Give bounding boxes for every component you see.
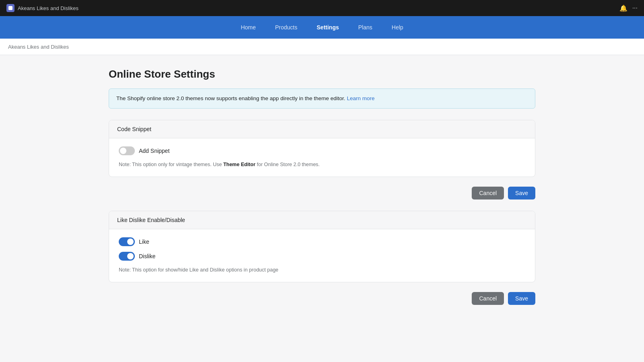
theme-editor-emphasis: Theme Editor bbox=[223, 162, 256, 167]
save-button-1[interactable]: Save bbox=[508, 187, 535, 200]
save-button-2[interactable]: Save bbox=[508, 292, 535, 305]
add-snippet-slider bbox=[119, 146, 135, 155]
code-snippet-note: Note: This option only for vintage theme… bbox=[119, 161, 525, 169]
like-toggle[interactable] bbox=[119, 237, 135, 246]
code-snippet-heading: Code Snippet bbox=[109, 120, 535, 138]
nav-plans[interactable]: Plans bbox=[355, 23, 376, 32]
action-row-2: Cancel Save bbox=[109, 292, 535, 305]
page-title: Online Store Settings bbox=[109, 68, 535, 80]
notification-icon[interactable]: 🔔 bbox=[619, 4, 627, 12]
code-snippet-body: Add Snippet Note: This option only for v… bbox=[109, 138, 535, 177]
like-dislike-card: Like Dislike Enable/Disable Like Dislike… bbox=[109, 211, 535, 282]
dislike-row: Dislike bbox=[119, 252, 525, 261]
cancel-button-1[interactable]: Cancel bbox=[472, 187, 504, 200]
like-dislike-body: Like Dislike Note: This option for show/… bbox=[109, 229, 535, 282]
info-banner: The Shopify online store 2.0 themes now … bbox=[109, 88, 535, 109]
learn-more-link[interactable]: Learn more bbox=[347, 95, 375, 101]
dislike-toggle[interactable] bbox=[119, 252, 135, 261]
cancel-button-2[interactable]: Cancel bbox=[472, 292, 504, 305]
nav-bar: Home Products Settings Plans Help bbox=[0, 16, 644, 39]
like-slider bbox=[119, 237, 135, 246]
nav-help[interactable]: Help bbox=[388, 23, 407, 32]
like-row: Like bbox=[119, 237, 525, 246]
breadcrumb-bar: Akeans Likes and Dislikes bbox=[0, 39, 644, 55]
like-label: Like bbox=[139, 239, 149, 245]
like-dislike-note: Note: This option for show/hide Like and… bbox=[119, 266, 525, 274]
code-snippet-note-prefix: Note: This option only for vintage theme… bbox=[119, 162, 223, 167]
add-snippet-toggle[interactable] bbox=[119, 146, 135, 155]
main-content: Online Store Settings The Shopify online… bbox=[101, 55, 543, 329]
add-snippet-label: Add Snippet bbox=[139, 148, 169, 154]
info-banner-text: The Shopify online store 2.0 themes now … bbox=[116, 95, 345, 101]
nav-settings[interactable]: Settings bbox=[314, 23, 342, 32]
code-snippet-card: Code Snippet Add Snippet Note: This opti… bbox=[109, 120, 535, 177]
dislike-slider bbox=[119, 252, 135, 261]
top-bar-right: 🔔 ··· bbox=[619, 4, 638, 12]
like-dislike-heading: Like Dislike Enable/Disable bbox=[109, 211, 535, 229]
dislike-label: Dislike bbox=[139, 253, 155, 259]
breadcrumb: Akeans Likes and Dislikes bbox=[8, 44, 69, 50]
app-icon bbox=[6, 4, 14, 12]
action-row-1: Cancel Save bbox=[109, 187, 535, 200]
app-icon-inner bbox=[8, 6, 12, 10]
nav-products[interactable]: Products bbox=[272, 23, 301, 32]
code-snippet-note-suffix: for Online Store 2.0 themes. bbox=[256, 162, 320, 167]
more-icon[interactable]: ··· bbox=[632, 4, 638, 12]
nav-home[interactable]: Home bbox=[237, 23, 259, 32]
add-snippet-row: Add Snippet bbox=[119, 146, 525, 155]
top-bar-title: Akeans Likes and Dislikes bbox=[18, 5, 78, 11]
top-bar: Akeans Likes and Dislikes 🔔 ··· bbox=[0, 0, 644, 16]
top-bar-left: Akeans Likes and Dislikes bbox=[6, 4, 78, 12]
